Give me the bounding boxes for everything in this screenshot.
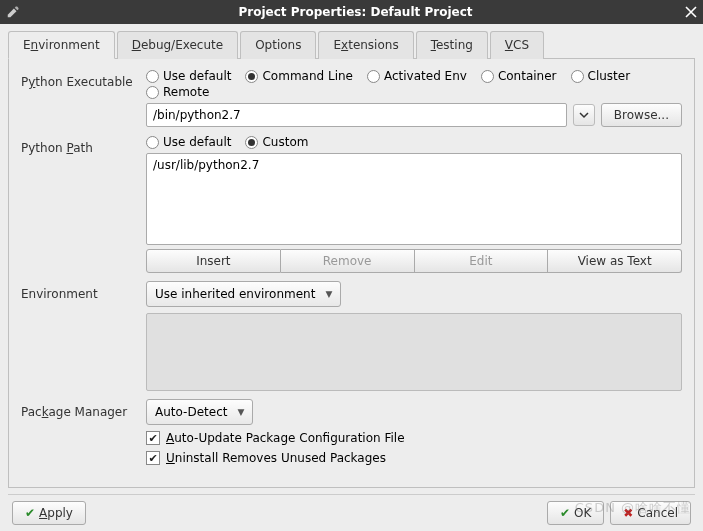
tab-testing[interactable]: Testing [416, 31, 488, 59]
titlebar: Project Properties: Default Project [0, 0, 703, 24]
radio-exec-cluster[interactable]: Cluster [571, 69, 631, 83]
radio-exec-container[interactable]: Container [481, 69, 557, 83]
tab-options[interactable]: Options [240, 31, 316, 59]
tab-environment[interactable]: Environment [8, 31, 115, 59]
radio-exec-command-line[interactable]: Command Line [245, 69, 353, 83]
environment-select[interactable]: Use inherited environment ▼ [146, 281, 341, 307]
apply-button[interactable]: ✔ Apply [12, 501, 86, 525]
close-icon[interactable] [685, 6, 697, 18]
dialog-body: Environment Debug/Execute Options Extens… [0, 24, 703, 531]
dialog-footer: ✔ Apply ✔ OK ✖ Cancel [8, 494, 695, 525]
row-python-path: Python Path Use default Custom /usr/lib/… [21, 135, 682, 273]
checkbox-uninstall-unused[interactable]: ✔ Uninstall Removes Unused Packages [146, 451, 682, 465]
edit-button[interactable]: Edit [415, 249, 549, 273]
row-environment: Environment Use inherited environment ▼ [21, 281, 682, 391]
check-icon: ✔ [25, 506, 35, 520]
window-title: Project Properties: Default Project [26, 5, 685, 19]
ok-button[interactable]: ✔ OK [547, 501, 604, 525]
cancel-button[interactable]: ✖ Cancel [610, 501, 691, 525]
insert-button[interactable]: Insert [146, 249, 281, 273]
list-item[interactable]: /usr/lib/python2.7 [153, 158, 675, 172]
tab-content: Python Executable Use default Command Li… [8, 59, 695, 488]
label-python-executable: Python Executable [21, 69, 146, 89]
input-python-executable[interactable] [146, 103, 567, 127]
label-package-manager: Package Manager [21, 399, 146, 419]
caret-down-icon: ▼ [325, 289, 332, 299]
label-environment: Environment [21, 281, 146, 301]
row-package-manager: Package Manager Auto-Detect ▼ ✔ Auto-Upd… [21, 399, 682, 465]
check-icon: ✔ [146, 451, 160, 465]
tab-vcs[interactable]: VCS [490, 31, 544, 59]
row-python-executable: Python Executable Use default Command Li… [21, 69, 682, 127]
radio-exec-use-default[interactable]: Use default [146, 69, 231, 83]
label-python-path: Python Path [21, 135, 146, 155]
pencil-icon [6, 5, 20, 19]
check-icon: ✔ [146, 431, 160, 445]
radio-path-use-default[interactable]: Use default [146, 135, 231, 149]
tab-bar: Environment Debug/Execute Options Extens… [8, 30, 695, 59]
package-manager-select-value: Auto-Detect [155, 405, 227, 419]
caret-down-icon: ▼ [237, 407, 244, 417]
environment-vars-box[interactable] [146, 313, 682, 391]
radio-exec-remote[interactable]: Remote [146, 85, 209, 99]
exec-history-dropdown[interactable] [573, 104, 595, 126]
checkbox-auto-update[interactable]: ✔ Auto-Update Package Configuration File [146, 431, 682, 445]
python-path-list[interactable]: /usr/lib/python2.7 [146, 153, 682, 245]
remove-button[interactable]: Remove [281, 249, 415, 273]
tab-debug-execute[interactable]: Debug/Execute [117, 31, 239, 59]
radio-path-custom[interactable]: Custom [245, 135, 308, 149]
chevron-down-icon [579, 110, 589, 120]
package-manager-select[interactable]: Auto-Detect ▼ [146, 399, 253, 425]
browse-button[interactable]: Browse... [601, 103, 682, 127]
cancel-icon: ✖ [623, 506, 633, 520]
view-as-text-button[interactable]: View as Text [548, 249, 682, 273]
environment-select-value: Use inherited environment [155, 287, 315, 301]
radio-exec-activated-env[interactable]: Activated Env [367, 69, 467, 83]
check-icon: ✔ [560, 506, 570, 520]
tab-extensions[interactable]: Extensions [318, 31, 413, 59]
